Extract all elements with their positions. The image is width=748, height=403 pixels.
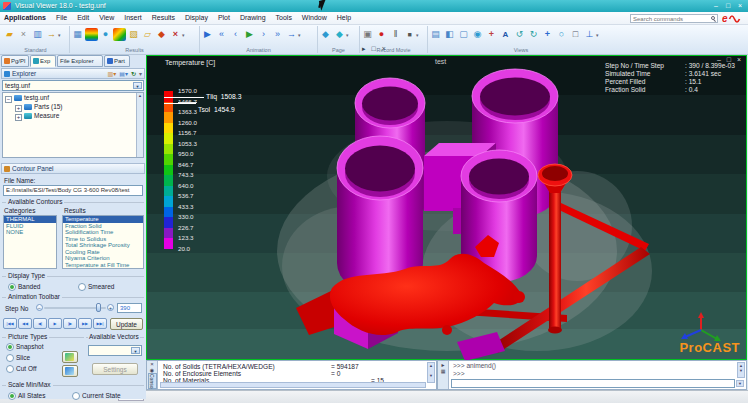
menu-drawing[interactable]: Drawing bbox=[236, 12, 270, 21]
model-file-combobox[interactable]: testg.unf ▼ bbox=[2, 80, 144, 91]
menu-tools[interactable]: Tools bbox=[272, 12, 296, 21]
menu-edit[interactable]: Edit bbox=[73, 12, 93, 21]
menu-plot[interactable]: Plot bbox=[214, 12, 234, 21]
tree-item-measure[interactable]: +Measure bbox=[3, 111, 143, 120]
minimize-button[interactable]: – bbox=[710, 1, 722, 10]
console-tab[interactable]: Conso bbox=[148, 373, 157, 389]
list-item[interactable]: NONE bbox=[4, 229, 56, 236]
load-results-icon[interactable] bbox=[71, 28, 84, 41]
slice-preview-button[interactable] bbox=[62, 351, 78, 363]
radio-slice[interactable]: Slice bbox=[6, 354, 30, 362]
console-hscrollbar[interactable] bbox=[160, 382, 426, 388]
export-animation-icon[interactable] bbox=[285, 28, 298, 41]
open-case-icon[interactable] bbox=[141, 28, 154, 41]
prev-step-button[interactable]: ◀| bbox=[33, 318, 47, 329]
fit-icon[interactable] bbox=[555, 28, 568, 41]
zoom-box-icon[interactable] bbox=[569, 28, 582, 41]
next-page-icon[interactable] bbox=[333, 28, 346, 41]
tab-exp[interactable]: Exp bbox=[30, 55, 56, 67]
last-frame-icon[interactable] bbox=[271, 28, 284, 41]
step-increment-button[interactable]: + bbox=[107, 304, 114, 311]
rewind-button[interactable]: ◀◀ bbox=[18, 318, 32, 329]
menu-help[interactable]: Help bbox=[333, 12, 355, 21]
menu-applications[interactable]: Applications bbox=[0, 12, 50, 21]
play-icon[interactable] bbox=[243, 28, 256, 41]
view-mode-icon[interactable]: ▤▾ bbox=[119, 70, 128, 77]
console-vscrollbar[interactable]: ▲▼ bbox=[427, 362, 435, 383]
materials-icon[interactable] bbox=[127, 28, 140, 41]
tab-part[interactable]: Part bbox=[104, 55, 130, 67]
group-overflow-caret[interactable]: ▾ bbox=[298, 32, 303, 38]
contour-icon[interactable] bbox=[85, 28, 98, 41]
more-caret-icon[interactable]: ▾ bbox=[139, 70, 142, 77]
maximize-button[interactable]: □ bbox=[722, 1, 734, 10]
globe-icon[interactable] bbox=[99, 28, 112, 41]
radio-cutoff[interactable]: Cut Off bbox=[6, 365, 36, 373]
spin-icon[interactable] bbox=[527, 28, 540, 41]
pan-icon[interactable] bbox=[541, 28, 554, 41]
step-slider-thumb[interactable] bbox=[96, 303, 101, 312]
cutoff-preview-button[interactable] bbox=[62, 365, 78, 377]
sort-icon[interactable]: ▥▾ bbox=[108, 70, 117, 77]
step-decrement-button[interactable]: − bbox=[36, 304, 43, 311]
first-frame-icon[interactable] bbox=[215, 28, 228, 41]
group-overflow-caret[interactable]: ▾ bbox=[58, 32, 63, 38]
open-folder-icon[interactable] bbox=[3, 28, 16, 41]
tree-item-root[interactable]: −testg.unf bbox=[3, 93, 143, 102]
radio-all-states[interactable]: All States bbox=[8, 392, 45, 400]
dock-controls[interactable]: ▸ □ × bbox=[362, 45, 396, 54]
shaded-view-icon[interactable] bbox=[443, 28, 456, 41]
record-icon[interactable] bbox=[375, 28, 388, 41]
pause-icon[interactable] bbox=[389, 28, 402, 41]
tab-pg-pl[interactable]: Pg/Pl bbox=[1, 55, 29, 67]
copy-icon[interactable] bbox=[31, 28, 44, 41]
menu-insert[interactable]: Insert bbox=[120, 12, 146, 21]
group-overflow-caret[interactable]: ▾ bbox=[416, 32, 421, 38]
delete-icon[interactable] bbox=[169, 28, 182, 41]
rotate-icon[interactable] bbox=[513, 28, 526, 41]
group-overflow-caret[interactable]: ▾ bbox=[182, 32, 187, 38]
prev-frame-icon[interactable] bbox=[229, 28, 242, 41]
next-frame-icon[interactable] bbox=[257, 28, 270, 41]
menu-view[interactable]: View bbox=[95, 12, 118, 21]
perspective-icon[interactable] bbox=[471, 28, 484, 41]
collapse-icon[interactable]: − bbox=[5, 96, 12, 103]
menu-display[interactable]: Display bbox=[181, 12, 212, 21]
menu-file[interactable]: File bbox=[52, 12, 71, 21]
group-overflow-caret[interactable]: ▾ bbox=[596, 32, 601, 38]
next-step-button[interactable]: |▶ bbox=[63, 318, 77, 329]
camera-icon[interactable] bbox=[361, 28, 374, 41]
chevron-down-icon[interactable]: ▼ bbox=[131, 347, 140, 354]
vectors-combobox[interactable]: ▼ bbox=[88, 345, 142, 356]
anchor-icon[interactable] bbox=[583, 28, 596, 41]
python-input-caret-icon[interactable]: ▼ bbox=[736, 380, 744, 387]
step-value-input[interactable] bbox=[117, 303, 142, 313]
menu-window[interactable]: Window bbox=[298, 12, 331, 21]
search-input[interactable] bbox=[633, 15, 707, 22]
chevron-down-icon[interactable]: ▼ bbox=[133, 82, 142, 89]
settings-button[interactable]: Settings bbox=[92, 363, 138, 375]
expand-icon[interactable]: + bbox=[15, 114, 22, 121]
iso-view-icon[interactable] bbox=[429, 28, 442, 41]
annotate-icon[interactable] bbox=[499, 28, 512, 41]
radio-current-state[interactable]: Current State bbox=[72, 392, 121, 400]
cut-icon[interactable] bbox=[17, 28, 30, 41]
list-item[interactable]: Temperature at Fill Time bbox=[63, 262, 143, 269]
stop-icon[interactable] bbox=[403, 28, 416, 41]
fast-forward-button[interactable]: ▶▶ bbox=[78, 318, 92, 329]
tree-scrollbar[interactable]: ▲ bbox=[136, 93, 143, 157]
section-icon[interactable] bbox=[113, 28, 126, 41]
axis-icon[interactable] bbox=[485, 28, 498, 41]
first-step-button[interactable]: |◀◀ bbox=[3, 318, 17, 329]
animate-icon[interactable] bbox=[201, 28, 214, 41]
play-button[interactable]: ▶ bbox=[48, 318, 62, 329]
update-button[interactable]: Update bbox=[110, 318, 143, 330]
tab-file-explorer[interactable]: File Explorer bbox=[57, 55, 103, 67]
run-icon[interactable]: ▸ bbox=[438, 361, 448, 368]
refresh-icon[interactable]: ↻ bbox=[131, 70, 136, 77]
group-overflow-caret[interactable]: ▾ bbox=[346, 32, 351, 38]
search-icon[interactable] bbox=[711, 16, 715, 20]
viewport-3d[interactable]: Temperature [C] 1570.0 1466.7 1363.3 126… bbox=[146, 55, 747, 360]
python-vscrollbar[interactable]: ▲▼ bbox=[737, 362, 745, 378]
close-button[interactable]: × bbox=[734, 1, 746, 10]
